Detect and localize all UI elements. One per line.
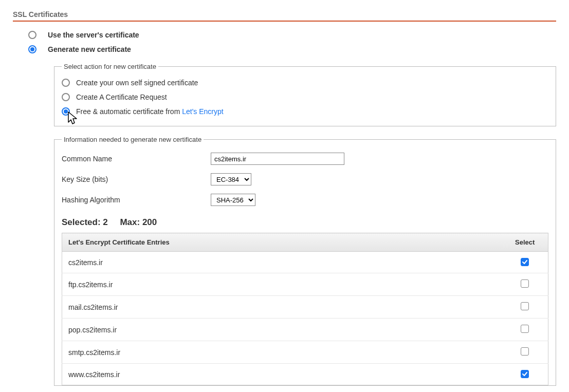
action-letsencrypt[interactable]: Free & automatic certificate from Let's … (62, 104, 548, 119)
entry-checkbox[interactable] (521, 279, 529, 288)
letsencrypt-prefix: Free & automatic certificate from (76, 107, 182, 116)
action-self-signed-label: Create your own self signed certificate (76, 79, 198, 87)
option-use-server[interactable]: Use the server's certificate (13, 28, 556, 42)
entry-name: pop.cs2items.ir (62, 319, 502, 341)
hashing-select[interactable]: SHA-256 (211, 194, 255, 206)
action-csr[interactable]: Create A Certificate Request (62, 90, 548, 104)
entry-select-cell (502, 364, 548, 385)
table-row: mail.cs2items.ir (62, 296, 548, 319)
table-row: ftp.cs2items.ir (62, 273, 548, 296)
entry-name: ftp.cs2items.ir (62, 273, 502, 296)
row-hashing: Hashing Algorithm SHA-256 (62, 190, 548, 210)
key-size-label: Key Size (bits) (62, 175, 211, 183)
option-generate-new-label: Generate new certificate (48, 45, 131, 53)
action-group: Select action for new certificate Create… (54, 63, 556, 126)
entry-select-cell (502, 252, 548, 273)
radio-icon-selected (28, 45, 36, 53)
action-group-legend: Select action for new certificate (62, 63, 158, 70)
entry-checkbox[interactable] (521, 370, 529, 378)
info-group: Information needed to generate new certi… (54, 136, 556, 386)
selected-max-summary: Selected: 2 Max: 200 (62, 210, 548, 233)
table-row: www.cs2items.ir (62, 364, 548, 385)
action-csr-label: Create A Certificate Request (76, 93, 167, 101)
entry-name: www.cs2items.ir (62, 364, 502, 385)
selected-count: 2 (103, 217, 107, 227)
table-row: cs2items.ir (62, 252, 548, 273)
row-key-size: Key Size (bits) EC-384 (62, 169, 548, 190)
max-prefix: Max: (120, 217, 142, 227)
action-self-signed[interactable]: Create your own self signed certificate (62, 76, 548, 90)
radio-icon (62, 79, 70, 87)
entry-name: cs2items.ir (62, 252, 502, 273)
key-size-select[interactable]: EC-384 (211, 173, 251, 185)
entry-checkbox[interactable] (521, 347, 529, 356)
radio-icon (62, 93, 70, 101)
radio-icon (28, 31, 36, 39)
entry-name: smtp.cs2items.ir (62, 341, 502, 364)
entry-select-cell (502, 273, 548, 296)
col-header-select: Select (502, 233, 548, 252)
table-row: pop.cs2items.ir (62, 319, 548, 341)
option-generate-new[interactable]: Generate new certificate (13, 42, 556, 57)
info-group-legend: Information needed to generate new certi… (62, 136, 204, 143)
common-name-input[interactable] (211, 153, 344, 165)
entry-name: mail.cs2items.ir (62, 296, 502, 319)
section-title: SSL Certificates (13, 10, 556, 22)
common-name-label: Common Name (62, 155, 211, 163)
letsencrypt-link[interactable]: Let's Encrypt (182, 107, 224, 116)
table-row: smtp.cs2items.ir (62, 341, 548, 364)
action-letsencrypt-label: Free & automatic certificate from Let's … (76, 107, 224, 116)
hashing-label: Hashing Algorithm (62, 196, 211, 204)
entry-checkbox[interactable] (521, 325, 529, 333)
col-header-name: Let's Encrypt Certificate Entries (62, 233, 502, 252)
entries-table: Let's Encrypt Certificate Entries Select… (62, 233, 548, 385)
entry-select-cell (502, 319, 548, 341)
entry-checkbox[interactable] (521, 302, 529, 310)
selected-prefix: Selected: (62, 217, 103, 227)
entry-select-cell (502, 296, 548, 319)
option-use-server-label: Use the server's certificate (48, 31, 139, 39)
radio-icon-selected (62, 107, 70, 116)
entry-select-cell (502, 341, 548, 364)
entry-checkbox[interactable] (521, 258, 529, 266)
max-count: 200 (142, 217, 157, 227)
row-common-name: Common Name (62, 148, 548, 169)
